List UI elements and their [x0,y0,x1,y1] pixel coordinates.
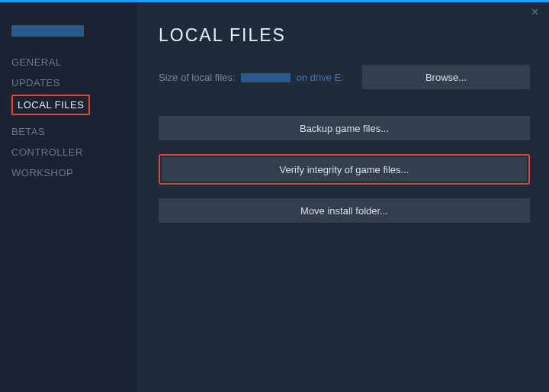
sidebar: GENERAL UPDATES LOCAL FILES BETAS CONTRO… [0,2,137,392]
verify-button[interactable]: Verify integrity of game files... [162,157,527,182]
content-container: GENERAL UPDATES LOCAL FILES BETAS CONTRO… [0,2,549,392]
size-value-masked [241,73,291,82]
verify-highlight-box: Verify integrity of game files... [159,154,530,185]
close-button[interactable]: × [527,4,543,21]
backup-button[interactable]: Backup game files... [159,116,530,140]
sidebar-item-local-files[interactable]: LOCAL FILES [11,95,90,115]
sidebar-item-betas[interactable]: BETAS [11,121,137,142]
sidebar-item-workshop[interactable]: WORKSHOP [11,162,137,183]
info-row: Size of local files: on drive E: Browse.… [159,65,530,89]
browse-button[interactable]: Browse... [362,65,530,89]
size-info: Size of local files: on drive E: [159,72,344,83]
drive-label: on drive E: [297,72,344,83]
sidebar-active-wrapper: LOCAL FILES [11,93,137,121]
sidebar-item-controller[interactable]: CONTROLLER [11,142,137,162]
page-title: LOCAL FILES [159,25,530,46]
size-prefix-label: Size of local files: [159,72,235,83]
move-button[interactable]: Move install folder... [159,198,530,223]
sidebar-item-general[interactable]: GENERAL [11,52,137,72]
main-panel: LOCAL FILES Size of local files: on driv… [137,2,549,392]
game-title-placeholder [11,25,84,37]
sidebar-item-updates[interactable]: UPDATES [11,72,137,93]
